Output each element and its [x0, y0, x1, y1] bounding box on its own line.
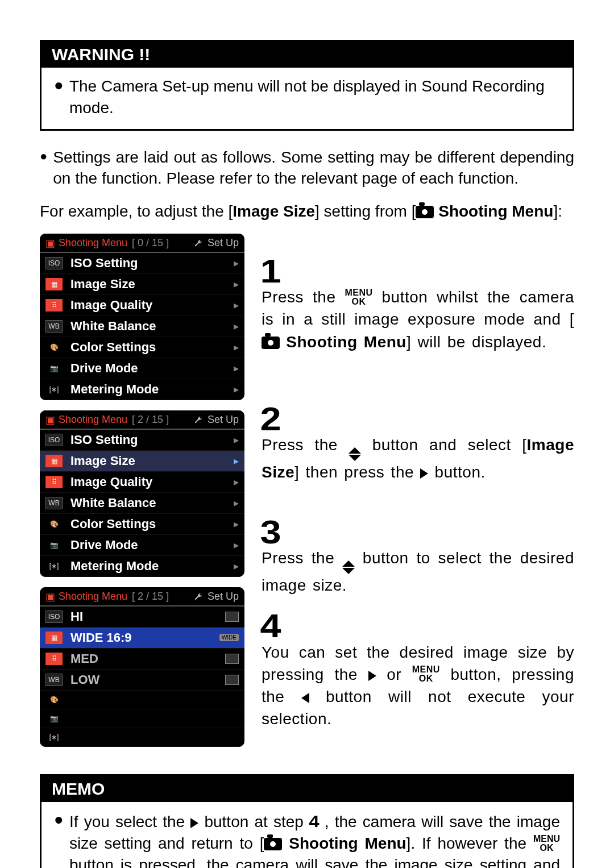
drive-icon: 📷	[45, 712, 63, 725]
step-1: 1 Press the MENUOK button whilst the cam…	[262, 245, 574, 353]
triangle-right-icon	[420, 468, 428, 479]
menu-item-label: Drive Mode	[70, 361, 138, 376]
image-quality-icon: ⠿	[45, 653, 63, 665]
menu-item-label: ISO Setting	[70, 433, 138, 447]
step-number: 4	[260, 611, 281, 641]
panel-setup: Set Up	[194, 237, 239, 249]
drive-icon: 📷	[45, 539, 63, 551]
panel-title: Shooting Menu	[59, 237, 127, 249]
image-size-icon: ▦	[45, 455, 63, 467]
step-number: 1	[260, 256, 281, 286]
lead-setting: Image Size	[233, 202, 315, 220]
option-label: HI	[70, 609, 83, 624]
wb-icon: WB	[45, 674, 63, 686]
chevron-right-icon: ▸	[234, 476, 239, 488]
panel-count: [ 0 / 15 ]	[132, 237, 169, 249]
chevron-right-icon: ▸	[234, 320, 239, 333]
chevron-right-icon: ▸	[234, 518, 239, 530]
option-item: WBLOW	[40, 670, 244, 691]
step-menu: Shooting Menu	[286, 333, 406, 351]
palette-icon: 🎨	[45, 693, 63, 706]
warning-body: ● The Camera Set-up menu will not be dis…	[42, 68, 572, 129]
panel-header: ▣ Shooting Menu [ 2 / 15 ] Set Up	[40, 410, 244, 430]
intro-bullet-text: Settings are laid out as follows. Some s…	[53, 147, 574, 190]
chevron-right-icon: ▸	[234, 299, 239, 312]
camera-icon	[416, 206, 434, 218]
step-text: Press the MENUOK button whilst the camer…	[262, 286, 574, 353]
wb-icon: WB	[45, 320, 63, 333]
memo-title: MEMO	[42, 776, 572, 802]
menu-item: WBWhite Balance▸	[40, 316, 244, 337]
step-text: You can set the desired image size by pr…	[262, 641, 574, 730]
option-row-empty: 📷	[40, 709, 244, 728]
lead-menu: Shooting Menu	[438, 202, 553, 220]
chevron-right-icon: ▸	[234, 434, 239, 446]
menu-panel-2: ▣ Shooting Menu [ 2 / 15 ] Set Up ISOISO…	[40, 410, 244, 577]
iso-icon: ISO	[45, 434, 63, 446]
option-row-empty: 🎨	[40, 691, 244, 709]
panel-setup: Set Up	[194, 591, 239, 603]
menu-item-label: Color Settings	[70, 517, 156, 531]
menu-item-label: Image Size	[70, 454, 135, 468]
option-item: ISOHI	[40, 607, 244, 628]
up-down-icon	[342, 560, 355, 574]
menu-panel-1: ▣ Shooting Menu [ 0 / 15 ] Set Up ISOISO…	[40, 234, 244, 400]
iso-icon: ISO	[45, 610, 63, 623]
memo-box: MEMO ● If you select the button at step …	[40, 774, 574, 868]
camera-icon	[262, 337, 280, 349]
menu-item-label: White Balance	[70, 319, 156, 334]
panel-items: ISOISO Setting▸ ▦Image Size▸ ⠿Image Qual…	[40, 253, 244, 400]
menu-item: 🎨Color Settings▸	[40, 514, 244, 535]
lead-post: ]:	[553, 202, 562, 220]
panel-setup-label: Set Up	[208, 591, 239, 603]
page-number: 27	[40, 866, 60, 868]
panel-header: ▣ Shooting Menu [ 0 / 15 ] Set Up	[40, 234, 244, 253]
menu-panel-3: ▣ Shooting Menu [ 2 / 15 ] Set Up ISOHI …	[40, 587, 244, 747]
iso-icon: ISO	[45, 257, 63, 269]
triangle-left-icon	[301, 693, 309, 703]
warning-box: WARNING !! ● The Camera Set-up menu will…	[40, 40, 574, 131]
thumb-icon	[225, 675, 239, 685]
panel-setup-label: Set Up	[208, 237, 239, 249]
memo-menu: Shooting Menu	[289, 834, 406, 852]
step-2: 2 Press the button and select [Image Siz…	[262, 393, 574, 483]
menu-item-label: Image Quality	[70, 298, 152, 313]
palette-icon: 🎨	[45, 518, 63, 530]
panel-header: ▣ Shooting Menu [ 2 / 15 ] Set Up	[40, 587, 244, 607]
panel-count: [ 2 / 15 ]	[132, 414, 169, 426]
menu-item-selected: ▦Image Size▸	[40, 451, 244, 472]
option-label: LOW	[70, 672, 99, 687]
palette-icon: 🎨	[45, 341, 63, 354]
menu-item-label: Drive Mode	[70, 538, 138, 553]
menu-item-label: White Balance	[70, 496, 156, 510]
wb-icon: WB	[45, 497, 63, 509]
chevron-right-icon: ▸	[234, 383, 239, 396]
chevron-right-icon: ▸	[234, 362, 239, 375]
camera-icon	[264, 838, 282, 850]
panel-items: ISOHI ▦WIDE 16:9WIDE ⠿MED WBLOW 🎨 📷 [∗]	[40, 607, 244, 747]
chevron-right-icon: ▸	[234, 539, 239, 551]
menu-item-label: Image Size	[70, 277, 135, 292]
menu-item-label: Metering Mode	[70, 382, 159, 397]
chevron-right-icon: ▸	[234, 278, 239, 290]
menu-item-label: Image Quality	[70, 475, 152, 489]
metering-icon: [∗]	[45, 560, 63, 572]
wrench-icon	[194, 239, 203, 248]
triangle-right-icon	[190, 818, 198, 828]
triangle-right-icon	[368, 671, 376, 681]
chevron-right-icon: ▸	[234, 497, 239, 509]
metering-icon: [∗]	[45, 731, 63, 744]
memo-body: ● If you select the button at step 4 , t…	[42, 802, 572, 868]
menu-item: ⠿Image Quality▸	[40, 295, 244, 316]
panel-title: Shooting Menu	[59, 591, 127, 603]
panel-setup-label: Set Up	[208, 414, 239, 426]
option-label: WIDE 16:9	[70, 630, 132, 645]
menu-item: 📷Drive Mode▸	[40, 535, 244, 556]
menu-ok-icon: MENUOK	[412, 665, 440, 683]
wrench-icon	[194, 416, 203, 425]
metering-icon: [∗]	[45, 383, 63, 396]
lead-mid: ] setting from [	[315, 202, 416, 220]
inline-step-number: 4	[309, 810, 319, 833]
chevron-right-icon: ▸	[234, 341, 239, 354]
panel-count: [ 2 / 15 ]	[132, 591, 169, 603]
